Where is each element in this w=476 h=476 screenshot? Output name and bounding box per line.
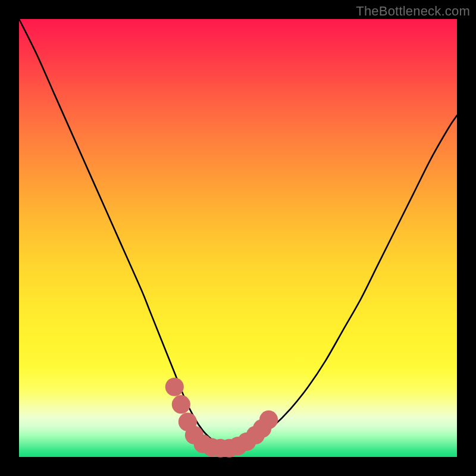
- chart-frame: TheBottleneck.com: [0, 0, 476, 476]
- watermark-text: TheBottleneck.com: [356, 4, 470, 19]
- curve-layer: [19, 19, 457, 457]
- plot-area: [19, 19, 457, 457]
- bottleneck-curve: [19, 19, 457, 448]
- marker-dot: [172, 395, 190, 414]
- marker-dot: [165, 378, 184, 396]
- marker-dot: [259, 411, 278, 429]
- optimal-range-markers: [165, 378, 278, 458]
